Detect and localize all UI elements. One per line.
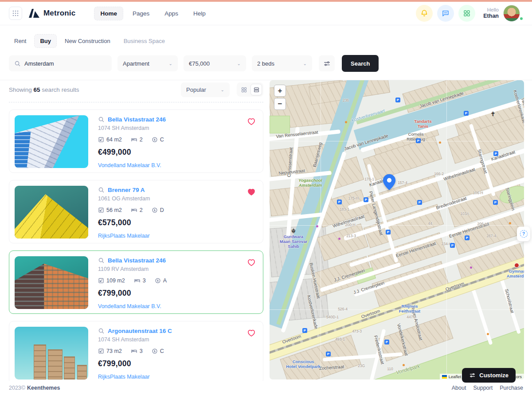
company-link[interactable]: Keenthemes xyxy=(27,385,60,391)
property-title-link[interactable]: Bella Vistastraat 246 xyxy=(108,257,166,264)
beds-spec: 3 xyxy=(131,348,143,354)
energy-label-spec: C xyxy=(152,137,164,143)
map[interactable]: Van RensselaerstraatCrynssenstraatNepveu… xyxy=(270,80,524,379)
property-address: 1109 RV Amsterdam xyxy=(98,266,167,272)
grid-view-button[interactable] xyxy=(238,84,250,95)
footer-link-purchase[interactable]: Purchase xyxy=(500,385,523,391)
parking-icon: P xyxy=(417,200,422,205)
sliders-icon xyxy=(469,372,476,379)
favorite-button[interactable] xyxy=(247,258,256,267)
energy-icon xyxy=(152,137,158,143)
zoom-out-button[interactable]: − xyxy=(274,98,286,110)
favorite-button[interactable] xyxy=(247,188,256,196)
nav-home[interactable]: Home xyxy=(94,7,123,20)
agency-link[interactable]: RijksPlaats Makelaar xyxy=(98,374,172,380)
help-widget-button[interactable]: ? xyxy=(517,227,530,241)
parking-icon: P xyxy=(416,138,421,143)
results-count-text: Showing 65 search results xyxy=(9,86,79,93)
user-greeting: Hello Ethan xyxy=(483,7,499,20)
property-price: €575,000 xyxy=(98,218,164,227)
property-card[interactable]: Argonautenstraat 16 C1074 SH Amsterdam73… xyxy=(9,321,263,384)
property-card[interactable]: Brenner 79 A1061 OG Amsterdam56 m22D€575… xyxy=(9,180,263,243)
footer: 2023©Keenthemes About Support Purchase xyxy=(0,381,532,395)
property-type-select[interactable]: Apartment ⌄ xyxy=(117,55,178,71)
tab-rent[interactable]: Rent xyxy=(9,35,31,47)
bed-icon xyxy=(131,136,137,143)
area-spec: 56 m2 xyxy=(98,207,122,213)
favorite-button[interactable] xyxy=(247,329,256,337)
sort-select[interactable]: Popular ⌄ xyxy=(181,82,230,97)
logo[interactable]: Metronic xyxy=(28,8,75,18)
tab-buy[interactable]: Buy xyxy=(34,34,57,48)
agency-link[interactable]: Vondelland Makelaar B.V. xyxy=(98,303,167,309)
property-title-link[interactable]: Argonautenstraat 16 C xyxy=(108,328,172,334)
parking-icon: P xyxy=(337,200,342,204)
metronic-logo-icon xyxy=(28,8,40,18)
chevron-down-icon: ⌄ xyxy=(303,61,307,66)
online-status-dot xyxy=(519,16,524,21)
results-count: 65 xyxy=(34,86,40,93)
bed-icon xyxy=(131,348,137,354)
area-icon xyxy=(98,207,104,213)
map-poi-dot xyxy=(338,238,340,240)
property-card[interactable]: Bella Vistastraat 2461109 RV Amsterdam10… xyxy=(9,250,263,314)
tab-business-space[interactable]: Business Space xyxy=(118,35,170,47)
greeting-hello: Hello xyxy=(483,7,499,13)
beds-select[interactable]: 2 beds ⌄ xyxy=(252,55,312,71)
parking-icon: P xyxy=(384,340,389,344)
advanced-filters-button[interactable] xyxy=(319,55,335,71)
area-spec: 64 m2 xyxy=(98,137,122,143)
location-search-input[interactable]: Amsterdam xyxy=(9,55,112,71)
property-title-link[interactable]: Bella Vistastraat 246 xyxy=(108,116,166,123)
chat-button[interactable] xyxy=(437,5,454,22)
map-container: Van RensselaerstraatCrynssenstraatNepveu… xyxy=(270,80,524,379)
property-card[interactable]: Bella Vistastraat 2461074 SH Amsterdam64… xyxy=(9,110,263,173)
main-content: Showing 65 search results Popular ⌄ xyxy=(0,80,532,395)
property-photo xyxy=(15,186,88,239)
nav-pages[interactable]: Pages xyxy=(127,7,155,20)
chat-icon xyxy=(442,9,450,17)
property-address: 1074 SH Amsterdam xyxy=(98,336,172,343)
bell-icon xyxy=(420,9,428,17)
apps-button[interactable] xyxy=(458,5,475,22)
property-address: 1074 SH Amsterdam xyxy=(98,125,166,131)
map-zoom-controls: + − xyxy=(274,85,286,110)
beds-spec: 3 xyxy=(134,277,146,284)
agency-link[interactable]: Vondelland Makelaar B.V. xyxy=(98,162,166,168)
heart-icon xyxy=(247,258,256,267)
map-poi-dot xyxy=(439,141,441,144)
logo-text: Metronic xyxy=(43,9,75,18)
chevron-down-icon: ⌄ xyxy=(221,87,224,92)
parking-icon: P xyxy=(493,151,498,156)
customize-button[interactable]: Customize xyxy=(462,368,516,383)
notifications-button[interactable] xyxy=(416,5,433,22)
parking-icon: P xyxy=(395,98,400,102)
zoom-in-button[interactable]: + xyxy=(274,85,286,97)
price-select[interactable]: €75,000 ⌄ xyxy=(184,55,246,71)
property-photo xyxy=(15,327,88,379)
favorite-button[interactable] xyxy=(247,117,256,126)
chevron-down-icon: ⌄ xyxy=(169,61,172,66)
nav-help[interactable]: Help xyxy=(188,7,211,20)
avatar[interactable] xyxy=(503,5,520,22)
footer-link-support[interactable]: Support xyxy=(473,385,493,391)
tab-new-construction[interactable]: New Construction xyxy=(59,35,116,47)
property-title-link[interactable]: Brenner 79 A xyxy=(108,187,145,193)
heart-icon xyxy=(247,188,256,196)
map-location-pin[interactable] xyxy=(381,173,397,191)
list-view-button[interactable] xyxy=(250,84,262,95)
search-icon xyxy=(98,187,105,193)
map-poi-dot xyxy=(345,121,347,123)
energy-label-spec: D xyxy=(152,207,164,213)
beds-spec: 2 xyxy=(131,207,143,213)
footer-link-about[interactable]: About xyxy=(452,385,466,391)
parking-icon: P xyxy=(465,235,469,240)
bed-icon xyxy=(131,207,137,213)
search-button[interactable]: Search xyxy=(342,55,379,72)
nav-apps[interactable]: Apps xyxy=(159,7,184,20)
energy-icon xyxy=(152,348,158,354)
agency-link[interactable]: RijksPlaats Makelaar xyxy=(98,233,164,239)
app-launcher-button[interactable] xyxy=(9,7,22,20)
map-poi-dot xyxy=(403,364,405,366)
search-icon xyxy=(98,116,105,123)
